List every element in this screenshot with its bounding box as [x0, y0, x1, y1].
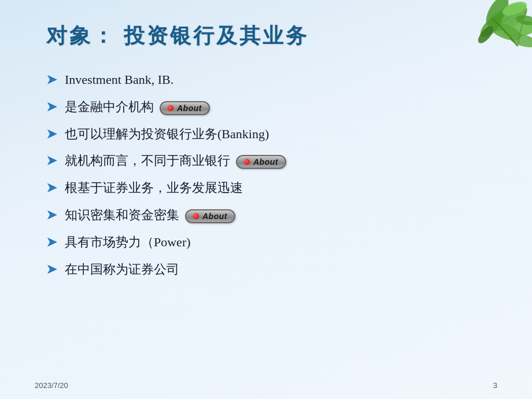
slide-title: 对象： 投资银行及其业务 — [46, 22, 497, 50]
bullet-arrow-icon: ➤ — [46, 98, 57, 116]
about-button[interactable]: About — [160, 101, 210, 115]
bullet-arrow-icon: ➤ — [46, 179, 57, 197]
about-button-red-dot — [168, 105, 173, 111]
bullet-text: 根基于证券业务，业务发展迅速 — [65, 179, 497, 197]
bullet-text: 具有市场势力（Power) — [65, 234, 497, 252]
bullet-item: ➤具有市场势力（Power) — [46, 230, 497, 255]
bullet-arrow-icon: ➤ — [46, 125, 57, 143]
bullet-arrow-icon: ➤ — [46, 234, 57, 252]
about-button-label: About — [253, 157, 278, 167]
about-button-red-dot — [193, 213, 199, 219]
content-area: ➤Investment Bank, IB.➤是金融中介机构About➤也可以理解… — [0, 62, 532, 293]
title-area: 对象： 投资银行及其业务 — [0, 0, 532, 62]
about-button-red-dot — [244, 159, 250, 165]
bullet-list: ➤Investment Bank, IB.➤是金融中介机构About➤也可以理解… — [46, 68, 497, 282]
about-button[interactable]: About — [236, 155, 286, 169]
bullet-text: 在中国称为证券公司 — [65, 261, 497, 279]
bullet-arrow-icon: ➤ — [46, 261, 57, 279]
about-button[interactable]: About — [185, 209, 235, 223]
bullet-item: ➤知识密集和资金密集About — [46, 203, 497, 228]
slide-footer: 2023/7/20 3 — [0, 381, 532, 390]
about-button-label: About — [177, 104, 202, 113]
bullet-item: ➤是金融中介机构About — [46, 95, 497, 120]
bullet-text: 是金融中介机构About — [65, 98, 497, 116]
bullet-item: ➤根基于证券业务，业务发展迅速 — [46, 176, 497, 201]
bullet-arrow-icon: ➤ — [46, 206, 57, 224]
bullet-item: ➤Investment Bank, IB. — [46, 68, 497, 93]
bullet-arrow-icon: ➤ — [46, 71, 57, 89]
bullet-text: 知识密集和资金密集About — [65, 206, 497, 224]
bullet-item: ➤也可以理解为投资银行业务(Banking) — [46, 122, 497, 147]
bullet-text: 也可以理解为投资银行业务(Banking) — [65, 125, 497, 143]
slide: 对象： 投资银行及其业务 ➤Investment Bank, IB.➤是金融中介… — [0, 0, 532, 399]
bullet-text: Investment Bank, IB. — [65, 71, 497, 89]
bullet-item: ➤就机构而言，不同于商业银行About — [46, 149, 497, 173]
bullet-item: ➤在中国称为证券公司 — [46, 257, 497, 282]
about-button-label: About — [202, 212, 227, 221]
bullet-arrow-icon: ➤ — [46, 152, 57, 170]
footer-page: 3 — [493, 381, 497, 390]
bullet-text: 就机构而言，不同于商业银行About — [65, 152, 497, 170]
footer-date: 2023/7/20 — [35, 381, 68, 390]
